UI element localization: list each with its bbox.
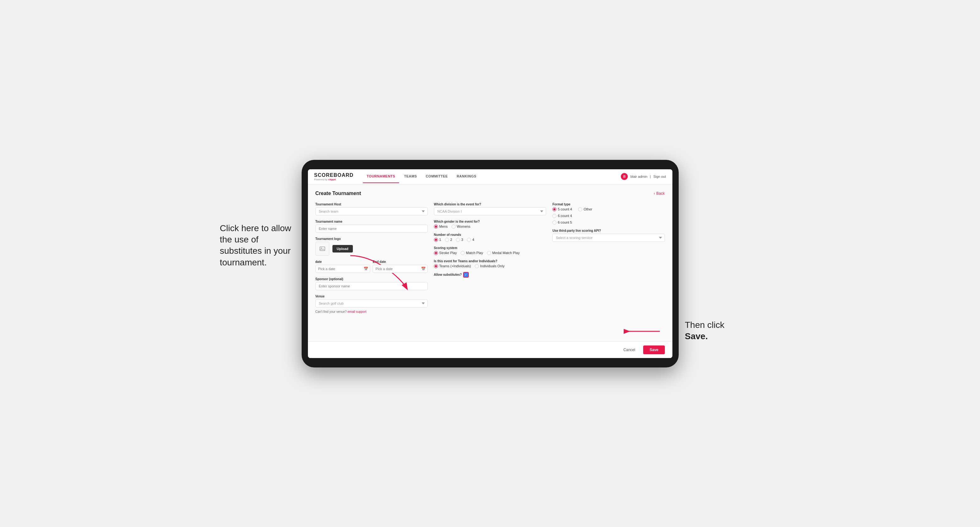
gender-radio-group: Mens Womens — [434, 225, 546, 229]
date-row: date 📅 End date — [315, 260, 428, 273]
scoring-field: Scoring system Stroke Play Match Play — [434, 246, 546, 255]
format-field: Format type 5 count 4 Other — [552, 203, 665, 225]
scoring-radio-group: Stroke Play Match Play Medal Match Play — [434, 251, 546, 255]
scoring-label: Scoring system — [434, 246, 546, 250]
format-5count4-option[interactable]: 5 count 4 — [552, 207, 572, 211]
api-label: Use third-party live scoring API? — [552, 229, 665, 232]
tournament-name-label: Tournament name — [315, 220, 428, 223]
scoring-medal-option[interactable]: Medal Match Play — [487, 251, 520, 255]
rounds-1-radio[interactable] — [434, 238, 438, 242]
scoring-match-radio[interactable] — [461, 251, 465, 255]
nav-rankings[interactable]: RANKINGS — [453, 170, 480, 183]
format-6count5-radio[interactable] — [552, 221, 557, 225]
teams-individuals-option[interactable]: Individuals Only — [475, 264, 504, 268]
tournament-host-field: Tournament Host Search team — [315, 203, 428, 216]
format-other-option[interactable]: Other — [578, 207, 592, 211]
user-name: blair admin — [630, 175, 647, 178]
nav-teams[interactable]: TEAMS — [400, 170, 421, 183]
svg-point-3 — [321, 248, 322, 248]
format-row-2: 6 count 4 — [552, 214, 665, 218]
page-header: Create Tournament ‹ Back — [315, 190, 665, 196]
gender-label: Which gender is the event for? — [434, 220, 546, 223]
sign-out-link[interactable]: Sign out — [653, 175, 666, 178]
scoring-match-option[interactable]: Match Play — [461, 251, 483, 255]
nav-user: B blair admin | Sign out — [621, 173, 666, 180]
form-section-middle: Which division is the event for? NCAA Di… — [434, 203, 546, 313]
api-input[interactable]: Select a scoring service — [552, 234, 665, 242]
sponsor-input[interactable] — [315, 282, 428, 290]
nav-committee[interactable]: COMMITTEE — [422, 170, 452, 183]
scoring-stroke-option[interactable]: Stroke Play — [434, 251, 457, 255]
logo-placeholder — [315, 242, 329, 256]
cancel-button[interactable]: Cancel — [618, 346, 640, 354]
gender-mens-radio[interactable] — [434, 225, 438, 229]
calendar-icon-start: 📅 — [364, 267, 368, 271]
end-date-wrap: 📅 — [373, 265, 428, 273]
teams-label: Is this event for Teams and/or Individua… — [434, 259, 546, 263]
date-fields: date 📅 End date — [315, 260, 428, 273]
format-6count4-option[interactable]: 6 count 4 — [552, 214, 665, 218]
rounds-4-radio[interactable] — [467, 238, 471, 242]
division-label: Which division is the event for? — [434, 203, 546, 206]
teams-both-radio[interactable] — [434, 264, 438, 268]
end-date-input[interactable] — [373, 265, 428, 273]
save-button[interactable]: Save — [643, 346, 665, 354]
back-link[interactable]: ‹ Back — [654, 191, 665, 196]
tablet-frame: SCOREBOARD Powered by clippd TOURNAMENTS… — [302, 160, 679, 367]
page-footer: Cancel Save — [308, 341, 672, 358]
logo-upload-area: Upload — [315, 242, 428, 256]
start-date-input[interactable] — [315, 265, 371, 273]
email-support-link[interactable]: email support — [347, 310, 366, 313]
substitutes-checkbox[interactable]: ✓ — [464, 273, 468, 277]
sponsor-label: Sponsor (optional) — [315, 277, 428, 281]
format-6count5-option[interactable]: 6 count 5 — [552, 221, 665, 225]
format-label: Format type — [552, 203, 665, 206]
form-grid: Tournament Host Search team Tournament n… — [315, 203, 665, 313]
form-section-left: Tournament Host Search team Tournament n… — [315, 203, 428, 313]
annotation-right: Then click Save. — [685, 319, 748, 342]
gender-field: Which gender is the event for? Mens Wome… — [434, 220, 546, 229]
substitutes-field: Allow substitutes? ✓ — [434, 273, 546, 277]
rounds-2-option[interactable]: 2 — [445, 238, 452, 242]
tournament-logo-label: Tournament logo — [315, 237, 428, 241]
venue-input[interactable]: Search golf club — [315, 299, 428, 308]
rounds-field: Number of rounds 1 2 — [434, 233, 546, 242]
format-5count4-radio[interactable] — [552, 207, 557, 211]
scoring-medal-radio[interactable] — [487, 251, 491, 255]
calendar-icon-end: 📅 — [421, 267, 426, 271]
nav-links: TOURNAMENTS TEAMS COMMITTEE RANKINGS — [363, 170, 621, 183]
format-6count4-radio[interactable] — [552, 214, 557, 218]
division-input[interactable]: NCAA Division I — [434, 207, 546, 216]
rounds-4-option[interactable]: 4 — [467, 238, 474, 242]
teams-both-option[interactable]: Teams (+Individuals) — [434, 264, 471, 268]
rounds-3-radio[interactable] — [456, 238, 460, 242]
format-row-1: 5 count 4 Other — [552, 207, 665, 211]
page-title: Create Tournament — [315, 190, 361, 196]
rounds-label: Number of rounds — [434, 233, 546, 237]
tournament-host-label: Tournament Host — [315, 203, 428, 206]
scoring-stroke-radio[interactable] — [434, 251, 438, 255]
gender-mens-option[interactable]: Mens — [434, 225, 448, 229]
gender-womens-option[interactable]: Womens — [452, 225, 470, 229]
logo-scoreboard: SCOREBOARD — [314, 172, 354, 178]
end-date-label: End date — [373, 260, 428, 264]
nav-bar: SCOREBOARD Powered by clippd TOURNAMENTS… — [308, 169, 672, 184]
user-avatar: B — [621, 173, 628, 180]
start-date-wrap: 📅 — [315, 265, 371, 273]
rounds-3-option[interactable]: 3 — [456, 238, 463, 242]
venue-field: Venue Search golf club Can't find your v… — [315, 295, 428, 313]
page-content: Create Tournament ‹ Back Tournament Host… — [308, 184, 672, 341]
rounds-2-radio[interactable] — [445, 238, 449, 242]
rounds-1-option[interactable]: 1 — [434, 238, 441, 242]
image-icon — [319, 246, 326, 252]
teams-field: Is this event for Teams and/or Individua… — [434, 259, 546, 268]
tournament-host-input[interactable]: Search team — [315, 207, 428, 216]
start-date-label: date — [315, 260, 371, 264]
tournament-name-input[interactable] — [315, 225, 428, 233]
gender-womens-radio[interactable] — [452, 225, 456, 229]
format-other-radio[interactable] — [578, 207, 582, 211]
nav-tournaments[interactable]: TOURNAMENTS — [363, 170, 399, 183]
teams-individuals-radio[interactable] — [475, 264, 479, 268]
rounds-radio-group: 1 2 3 — [434, 238, 546, 242]
upload-button[interactable]: Upload — [332, 245, 353, 252]
